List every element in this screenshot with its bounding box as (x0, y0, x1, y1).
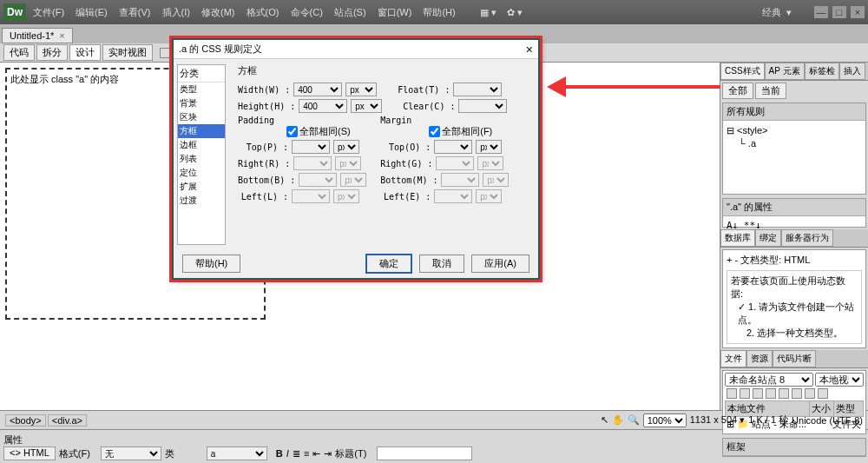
pad-right-unit[interactable]: px (335, 156, 361, 170)
tab-files[interactable]: 文件 (720, 350, 746, 367)
pointer-icon[interactable]: ↖ (601, 414, 608, 426)
menu-window[interactable]: 窗口(W) (378, 7, 412, 17)
indent-icon[interactable]: ⇥ (324, 448, 332, 460)
zoom-select[interactable]: 100% (643, 413, 687, 427)
pad-top-unit[interactable]: px (333, 140, 359, 154)
document-tab[interactable]: Untitled-1* × (2, 28, 73, 43)
tab-css-styles[interactable]: CSS样式 (720, 63, 765, 80)
maximize-button[interactable]: □ (832, 6, 846, 18)
tab-snippets[interactable]: 代码片断 (773, 350, 816, 367)
sync-icon[interactable] (805, 388, 815, 399)
cat-type[interactable]: 类型 (178, 83, 225, 96)
height-unit[interactable]: px (351, 99, 382, 113)
italic-button[interactable]: I (286, 448, 289, 459)
title-input[interactable] (377, 446, 472, 460)
float-select[interactable] (453, 83, 502, 96)
cat-border[interactable]: 边框 (178, 138, 225, 152)
pad-left-unit[interactable]: px (333, 189, 359, 203)
dialog-close-icon[interactable]: × (526, 43, 533, 56)
help-button[interactable]: 帮助(H) (182, 255, 240, 273)
margin-same-checkbox[interactable] (429, 126, 440, 137)
ok-button[interactable]: 确定 (365, 254, 412, 274)
tab-server-behaviors[interactable]: 服务器行为 (781, 229, 833, 247)
mar-right-unit[interactable]: px (477, 156, 503, 170)
menu-modify[interactable]: 修改(M) (201, 7, 235, 17)
close-tab-icon[interactable]: × (59, 30, 64, 41)
mar-bottom-unit[interactable]: px (483, 173, 509, 187)
rule-class-a[interactable]: └ .a (727, 137, 862, 149)
ul-icon[interactable]: ≣ (293, 448, 300, 460)
menu-edit[interactable]: 编辑(E) (76, 7, 108, 17)
layout-icon[interactable]: ▦ ▾ (480, 7, 496, 18)
clear-select[interactable] (458, 99, 507, 113)
mar-right[interactable] (436, 156, 474, 170)
menu-commands[interactable]: 命令(C) (291, 7, 323, 17)
tab-bindings[interactable]: 绑定 (755, 229, 781, 247)
format-select[interactable]: 无 (101, 446, 161, 460)
tag-body[interactable]: <body> (5, 414, 46, 427)
tab-databases[interactable]: 数据库 (720, 229, 755, 247)
cat-positioning[interactable]: 定位 (178, 166, 225, 180)
mar-top[interactable] (434, 140, 472, 154)
menu-view[interactable]: 查看(V) (119, 7, 151, 17)
cat-box[interactable]: 方框 (178, 124, 225, 138)
cat-background[interactable]: 背景 (178, 96, 225, 110)
pad-top[interactable] (292, 140, 330, 154)
width-input[interactable]: 400 (293, 83, 342, 96)
cat-block[interactable]: 区块 (178, 110, 225, 124)
menu-insert[interactable]: 插入(I) (162, 7, 190, 17)
cat-transition[interactable]: 过渡 (178, 194, 225, 208)
cancel-button[interactable]: 取消 (419, 255, 464, 273)
css-all-button[interactable]: 全部 (722, 83, 753, 99)
width-unit[interactable]: px (345, 83, 377, 96)
menu-file[interactable]: 文件(F) (33, 7, 64, 17)
ol-icon[interactable]: ≡ (304, 448, 309, 459)
view-code[interactable]: 代码 (3, 44, 35, 61)
mar-left[interactable] (434, 189, 472, 203)
zoom-icon[interactable]: 🔍 (628, 414, 640, 426)
tab-ap-elements[interactable]: AP 元素 (765, 63, 805, 80)
css-current-button[interactable]: 当前 (755, 83, 786, 99)
pad-left[interactable] (292, 189, 330, 203)
get-icon[interactable] (753, 388, 763, 399)
close-window-button[interactable]: × (851, 6, 865, 18)
apply-button[interactable]: 应用(A) (471, 255, 529, 273)
menu-help[interactable]: 帮助(H) (423, 7, 455, 17)
inspect-icon[interactable] (160, 48, 170, 58)
mar-bottom[interactable] (441, 173, 479, 187)
mar-left-unit[interactable]: px (476, 189, 502, 203)
tag-div-a[interactable]: <div.a> (48, 414, 87, 427)
view-design[interactable]: 设计 (69, 44, 101, 61)
checkout-icon[interactable] (779, 388, 789, 399)
put-icon[interactable] (766, 388, 776, 399)
expand-icon[interactable] (818, 388, 828, 399)
height-input[interactable]: 400 (299, 99, 347, 113)
site-select[interactable]: 未命名站点 8 (725, 373, 813, 387)
view-split[interactable]: 拆分 (36, 44, 68, 61)
bold-button[interactable]: B (276, 448, 283, 459)
outdent-icon[interactable]: ⇤ (312, 448, 320, 460)
pad-bottom[interactable] (299, 173, 337, 187)
cat-extensions[interactable]: 扩展 (178, 180, 225, 194)
extend-icon[interactable]: ✿ ▾ (507, 7, 523, 18)
menu-format[interactable]: 格式(O) (247, 7, 279, 17)
connect-icon[interactable] (727, 388, 737, 399)
class-select[interactable]: a (207, 446, 267, 460)
view-select[interactable]: 本地视图 (815, 373, 864, 387)
menu-site[interactable]: 站点(S) (334, 7, 366, 17)
padding-same-checkbox[interactable] (286, 126, 298, 137)
minimize-button[interactable]: — (814, 6, 828, 18)
pad-right[interactable] (293, 156, 332, 170)
mar-top-unit[interactable]: px (476, 140, 502, 154)
cat-list[interactable]: 列表 (178, 152, 225, 166)
workspace-switcher[interactable]: 经典 (762, 6, 781, 19)
hand-icon[interactable]: ✋ (612, 414, 624, 426)
pad-bottom-unit[interactable]: px (340, 173, 366, 187)
checkin-icon[interactable] (792, 388, 802, 399)
view-live[interactable]: 实时视图 (102, 44, 153, 61)
tab-tag-inspector[interactable]: 标签检 (805, 63, 839, 80)
props-html-tab[interactable]: <> HTML (3, 446, 56, 460)
rule-style-tag[interactable]: ⊟ <style> (727, 124, 862, 137)
tab-assets[interactable]: 资源 (746, 350, 773, 367)
tab-insert[interactable]: 插入 (839, 63, 865, 80)
